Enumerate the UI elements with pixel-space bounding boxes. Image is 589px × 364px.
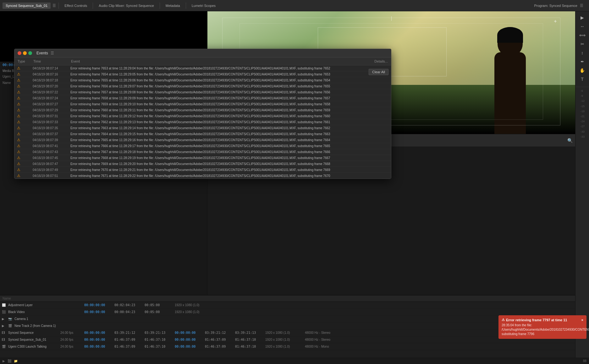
- track-dur-end2-5: 01:46:37:10: [235, 338, 263, 341]
- playback-controls: 🔍: [567, 138, 573, 143]
- events-titlebar: Events ☰: [14, 49, 391, 58]
- event-timestamp: 04/16/19 08:07:35: [33, 126, 70, 130]
- timeline-col-name: Name: [3, 297, 59, 300]
- track-res-5: 1920 x 1080 (1.0): [265, 338, 303, 341]
- adjustment-layer-icon: ⬜: [2, 303, 6, 307]
- warning-icon: ⚠: [17, 84, 33, 88]
- event-message: Error retrieving frame 7665 at time 11:2…: [70, 138, 388, 142]
- sequence-icon-5: 🎞: [2, 338, 6, 341]
- toast-notification: ⚠ Error retrieving frame 7797 at time 11…: [498, 315, 586, 339]
- table-row: ⚠ 04/16/19 08:07:24 Error retrieving fra…: [14, 95, 391, 101]
- tab-lumetri-scopes[interactable]: Lumetri Scopes: [189, 3, 219, 9]
- expand-icon[interactable]: ▶: [2, 317, 6, 321]
- table-row: ⚠ 04/16/19 08:07:49 Error retrieving fra…: [14, 167, 391, 173]
- event-timestamp: 04/16/19 08:07:51: [33, 174, 70, 178]
- track-start-6: 00:00:00:00: [84, 345, 113, 348]
- track-end-6: 01:46:37:09: [114, 345, 143, 348]
- text-tool-button[interactable]: T: [579, 75, 586, 83]
- ruler-numbers: -6-9-12-15-18 -21-24-27-30-33: [581, 88, 585, 139]
- events-title: Events: [36, 51, 48, 55]
- event-timestamp: 04/16/19 08:07:27: [33, 102, 70, 106]
- tab-menu-icon[interactable]: ☰: [52, 3, 56, 8]
- slip-tool-button[interactable]: ↕: [579, 49, 586, 57]
- warning-icon: ⚠: [17, 150, 33, 154]
- track-name: New Track 2 (from Camera 1): [14, 324, 63, 328]
- track-dur-end-4: 03:39:21:12: [205, 331, 233, 334]
- camera-icon: 📷: [8, 317, 13, 321]
- selection-tool-button[interactable]: ▶: [579, 14, 586, 21]
- window-maximize-button[interactable]: [28, 51, 32, 55]
- clip-icon-6: 🎬: [2, 345, 6, 348]
- track-end2-5: 01:46:37:10: [145, 338, 173, 341]
- toast-title: ⚠ Error retrieving frame 7797 at time 11…: [502, 318, 583, 322]
- event-message: Error retrieving frame 7663 at time 11:2…: [70, 126, 388, 130]
- status-icon-1[interactable]: ▶: [3, 359, 5, 363]
- event-message: Error retrieving frame 7661 at time 11:2…: [70, 114, 388, 118]
- warning-icon: ⚠: [17, 156, 33, 160]
- track-res-0: 1920 x 1080 (1.0): [175, 303, 212, 307]
- tab-synced-sequence[interactable]: Synced Sequence_Sub_01: [3, 3, 51, 9]
- black-video-icon: ⬛: [2, 310, 6, 314]
- warning-icon: ⚠: [17, 174, 33, 178]
- status-bar: ▶ ⬛ 📁 88: [0, 358, 589, 364]
- table-row: ⚠ 04/16/19 08:07:31 Error retrieving fra…: [14, 113, 391, 119]
- event-message: Error retrieving frame 7654 at time 11:2…: [70, 73, 388, 76]
- track-dur-1: 00:05:00: [145, 310, 173, 314]
- timeline-tracks: ⬜ Adjustment Layer 00:00:00:00 00:02:04:…: [0, 302, 575, 358]
- track-dur-0: 00:05:00: [145, 303, 173, 307]
- col-type: Type: [18, 59, 33, 63]
- table-row: ⚠ 04/16/19 08:07:22 Error retrieving fra…: [14, 89, 391, 95]
- event-message: Error retrieving frame 7660 at time 11:2…: [70, 108, 388, 112]
- event-message: Error retrieving frame 7658 at time 11:2…: [70, 97, 388, 100]
- status-icon-2[interactable]: ⬛: [8, 359, 11, 363]
- event-timestamp: 04/16/19 08:07:14: [33, 67, 70, 70]
- program-monitor-header: Program: Synced Sequence ☰: [531, 2, 586, 9]
- clear-all-button[interactable]: Clear All: [369, 69, 388, 75]
- tab-audio-clip-mixer[interactable]: Audio Clip Mixer: Synced Sequence: [96, 3, 157, 9]
- track-audio-4: 48000 Hz - Stereo: [305, 331, 343, 334]
- pen-tool-button[interactable]: ✒: [579, 58, 586, 65]
- program-monitor-menu[interactable]: ☰: [580, 3, 583, 8]
- razor-tool-button[interactable]: ✂: [579, 40, 586, 48]
- table-row: ⚠ 04/16/19 08:07:41 Error retrieving fra…: [14, 143, 391, 149]
- sequence-icon-4: 🎞: [2, 331, 6, 334]
- warning-icon: ⚠: [17, 78, 33, 82]
- warning-icon: ⚠: [17, 108, 33, 112]
- tab-effect-controls[interactable]: Effect Controls: [61, 3, 90, 9]
- zoom-in-icon[interactable]: 🔍: [567, 138, 573, 143]
- event-message: Error retrieving frame 7662 at time 11:2…: [70, 120, 388, 124]
- timeline-area: Name ⬜ Adjustment Layer 00:00:00:00 00:0…: [0, 295, 575, 358]
- event-message: Error retrieving frame 7670 at time 11:2…: [70, 168, 388, 172]
- table-row: ⚠ 04/16/19 08:07:29 Error retrieving fra…: [14, 107, 391, 113]
- event-timestamp: 04/16/19 08:07:41: [33, 144, 70, 148]
- program-monitor-title: Program: Synced Sequence: [534, 4, 577, 8]
- track-name: Black Video: [8, 310, 58, 314]
- toast-body: 28:35:04 from the file: /Users/hughhill/…: [502, 323, 583, 336]
- warning-icon: ⚠: [17, 162, 33, 166]
- top-tabs-bar: Synced Sequence_Sub_01 ☰ Effect Controls…: [0, 0, 589, 11]
- tab-metadata[interactable]: Metadata: [162, 3, 183, 9]
- event-message: Error retrieving frame 7664 at time 11:2…: [70, 132, 388, 136]
- track-dur-start-6: 00:00:00:00: [175, 345, 203, 348]
- event-timestamp: 04/16/19 08:07:18: [33, 79, 70, 82]
- event-message: Error retrieving frame 7669 at time 11:2…: [70, 162, 388, 166]
- track-dur-start-4: 00:00:00:00: [175, 331, 203, 334]
- toast-close-button[interactable]: ×: [581, 318, 583, 322]
- events-menu-icon[interactable]: ☰: [51, 51, 54, 55]
- window-close-button[interactable]: [18, 51, 21, 55]
- crosshair-vertical: [391, 16, 392, 21]
- hand-tool-button[interactable]: ✋: [579, 67, 586, 74]
- right-toolbar: ▶ ↔ ⟺ ✂ ↕ ✒ ✋ T -6-9-12-15-18 -21-24-27-…: [575, 11, 589, 364]
- event-timestamp: 04/16/19 08:07:31: [33, 114, 70, 118]
- event-timestamp: 04/16/19 08:07:29: [33, 108, 70, 112]
- rate-stretch-button[interactable]: ⟺: [579, 31, 586, 39]
- warning-icon: ⚠: [17, 120, 33, 124]
- warning-icon: ⚠: [17, 132, 33, 136]
- event-message: Error retrieving frame 7668 at time 11:2…: [70, 156, 388, 160]
- event-message: Error retrieving frame 7656 at time 11:2…: [70, 85, 388, 88]
- window-minimize-button[interactable]: [23, 51, 27, 55]
- events-dialog: Events ☰ Type Time Event Details... Clea…: [14, 49, 391, 179]
- expand-icon-2[interactable]: ▶: [2, 324, 6, 328]
- ripple-edit-button[interactable]: ↔: [579, 23, 586, 30]
- status-icon-3[interactable]: 📁: [14, 359, 18, 363]
